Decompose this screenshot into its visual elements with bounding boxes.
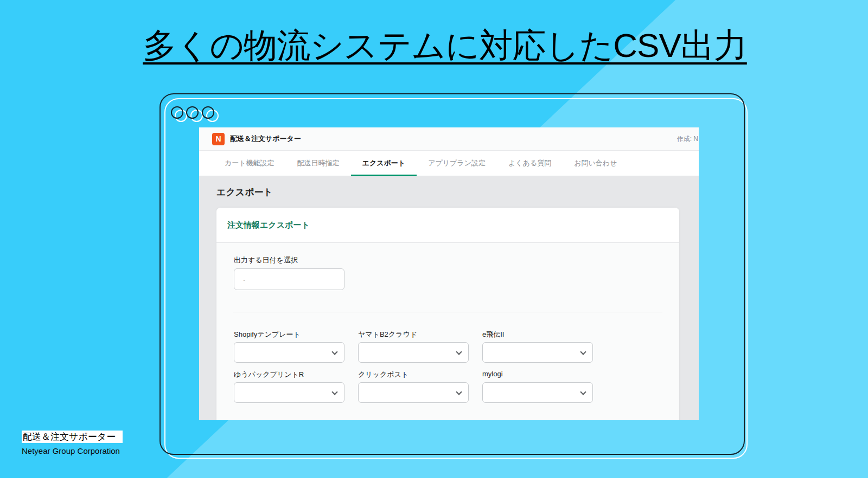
tab-contact[interactable]: お問い合わせ [563,151,628,176]
footer-company-name: Netyear Group Corporation [22,446,120,455]
app-screenshot: N 配送＆注文サポーター 作成: N カート機能設定 配送日時指定 エクスポート… [199,127,699,420]
select-e-hiden-2[interactable] [482,342,593,363]
select-shopify-template[interactable] [234,342,344,363]
window-dot-black-1 [171,106,183,119]
app-logo-icon: N [212,133,225,145]
slide-title: 多くの物流システムに対応したCSV出力 [119,23,770,68]
tab-bar: カート機能設定 配送日時指定 エクスポート アプリプラン設定 よくある質問 お問… [199,151,699,176]
select-label-shopify-template: Shopifyテンプレート [234,330,301,339]
chevron-down-icon [456,389,462,395]
date-field-label: 出力する日付を選択 [234,255,298,265]
chevron-down-icon [456,349,462,355]
select-label-yu-pack-print-r: ゆうパックプリントR [234,370,304,380]
card-title: 注文情報エクスポート [227,220,310,230]
tab-delivery-datetime[interactable]: 配送日時指定 [286,151,351,176]
date-range-input[interactable] [234,268,344,290]
select-mylogi[interactable] [482,382,593,403]
section-divider [233,312,662,312]
created-by-text: 作成: N [677,134,698,144]
tab-app-plan[interactable]: アプリプラン設定 [417,151,497,176]
select-click-post[interactable] [358,382,469,403]
chevron-down-icon [580,349,586,355]
select-label-yamato-b2-cloud: ヤマトB2クラウド [358,330,417,339]
tab-cart-settings[interactable]: カート機能設定 [213,151,286,176]
chevron-down-icon [331,389,337,395]
chevron-down-icon [580,389,586,395]
window-dot-black-3 [202,106,214,119]
app-header: N 配送＆注文サポーター 作成: N [199,127,699,151]
slide-canvas: 多くの物流システムに対応したCSV出力 N 配送＆注文サポーター 作成: N カ… [0,0,868,488]
page-title-bar: エクスポート [199,176,699,208]
app-title: 配送＆注文サポーター [230,134,301,144]
page-title: エクスポート [216,186,273,198]
card-header: 注文情報エクスポート [216,208,679,243]
window-dot-black-2 [186,106,199,119]
bottom-white-strip [0,478,868,488]
select-label-click-post: クリックポスト [358,370,409,380]
tab-export[interactable]: エクスポート [351,151,417,176]
chevron-down-icon [331,349,337,355]
select-yamato-b2-cloud[interactable] [358,342,469,363]
select-yu-pack-print-r[interactable] [234,382,344,403]
select-label-mylogi: mylogi [482,370,503,378]
select-label-e-hiden-2: e飛伝II [482,330,504,339]
export-card: 注文情報エクスポート 出力する日付を選択 Shopifyテンプレート ヤマトB2… [216,208,679,420]
footer-app-name: 配送＆注文サポーター [22,431,123,443]
tab-faq[interactable]: よくある質問 [497,151,563,176]
